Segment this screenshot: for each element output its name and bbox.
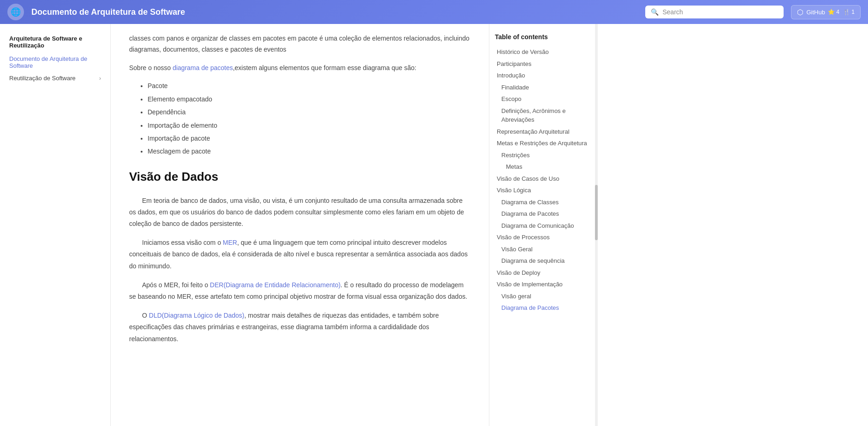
top-header: 🌐 Documento de Arquitetura de Software 🔍…: [0, 0, 868, 24]
toc-item-9[interactable]: Metas: [495, 161, 594, 173]
toc-item-1[interactable]: Participantes: [495, 58, 594, 70]
list-item: Importação de pacote: [148, 133, 470, 143]
toc-item-18[interactable]: Visão de Deploy: [495, 267, 594, 279]
search-box[interactable]: 🔍 Search: [645, 6, 784, 18]
toc-item-21[interactable]: Diagrama de Pacotes: [495, 302, 594, 314]
logo-icon: 🌐: [7, 4, 24, 20]
list-item: Importação de elemento: [148, 120, 470, 130]
toc-list: Histórico de VersãoParticipantesIntroduç…: [495, 46, 594, 314]
list-item: Dependência: [148, 107, 470, 117]
mer-link[interactable]: MER: [223, 239, 237, 246]
list-item: Pacote: [148, 81, 470, 91]
toc-item-20[interactable]: Visão geral: [495, 290, 594, 302]
github-stars: ⭐ 4: [828, 9, 839, 15]
main-content: classes com panos e organizar de classes…: [111, 24, 489, 426]
github-button[interactable]: ⬡ GitHub ⭐ 4 🍴 1: [791, 5, 861, 19]
toc-item-12[interactable]: Diagrama de Classes: [495, 196, 594, 208]
list-item: Elemento empacotado: [148, 94, 470, 104]
scrollbar-thumb[interactable]: [595, 185, 598, 240]
toc-title: Table of contents: [495, 33, 594, 41]
dld-link[interactable]: DLD(Diagrama Lógico de Dados): [149, 312, 244, 319]
sidebar-item-reutilizacao[interactable]: Reutilização de Software ›: [6, 73, 105, 83]
sidebar-item-label: Reutilização de Software: [9, 75, 76, 82]
section-heading-visao-dados: Visão de Dados: [129, 170, 470, 188]
github-label: GitHub: [806, 9, 825, 16]
toc-item-0[interactable]: Histórico de Versão: [495, 46, 594, 58]
toc-item-13[interactable]: Diagrama de Pacotes: [495, 208, 594, 220]
paragraph4: O DLD(Diagrama Lógico de Dados), mostrar…: [129, 310, 470, 345]
paragraph3: Após o MER, foi feito o DER(Diagrama de …: [129, 279, 470, 302]
toc-item-6[interactable]: Representação Arquitetural: [495, 126, 594, 138]
paragraph1: Em teoria de banco de dados, uma visão, …: [129, 195, 470, 230]
github-icon: ⬡: [797, 8, 803, 17]
intro-paragraph: classes com panos e organizar de classes…: [129, 33, 470, 55]
github-stats: ⭐ 4 🍴 1: [828, 9, 855, 15]
list-item: Mesclagem de pacote: [148, 146, 470, 156]
sidebar-section-title: Arquitetura de Software e Reutilização: [6, 33, 105, 51]
about-paragraph: Sobre o nosso diagrama de pacotes,existe…: [129, 63, 470, 74]
search-placeholder: Search: [662, 8, 683, 16]
page-layout: Arquitetura de Software e Reutilização D…: [0, 24, 868, 426]
toc-item-3[interactable]: Finalidade: [495, 82, 594, 94]
github-forks: 🍴 1: [843, 9, 855, 15]
scrollbar-track: [595, 24, 598, 426]
page-title: Documento de Arquitetura de Software: [31, 7, 638, 17]
toc-item-19[interactable]: Visão de Implementação: [495, 278, 594, 290]
toc-item-4[interactable]: Escopo: [495, 93, 594, 105]
toc-item-16[interactable]: Visão Geral: [495, 243, 594, 255]
paragraph2: Iniciamos essa visão com o MER, que é um…: [129, 237, 470, 272]
left-sidebar: Arquitetura de Software e Reutilização D…: [0, 24, 111, 426]
sidebar-link-active[interactable]: Documento de Arquitetura de Software: [6, 53, 105, 71]
toc-item-5[interactable]: Definições, Acrônimos e Abreviações: [495, 105, 594, 126]
toc-item-7[interactable]: Metas e Restrições de Arquitetura: [495, 137, 594, 149]
toc-item-10[interactable]: Visão de Casos de Uso: [495, 173, 594, 185]
toc-item-11[interactable]: Visão Lógica: [495, 184, 594, 196]
toc-item-2[interactable]: Introdução: [495, 70, 594, 82]
right-sidebar-toc: Table of contents Histórico de VersãoPar…: [489, 24, 600, 426]
toc-item-15[interactable]: Visão de Processos: [495, 231, 594, 243]
der-link[interactable]: DER(Diagrama de Entidade Relacionamento): [210, 281, 340, 289]
toc-item-8[interactable]: Restrições: [495, 149, 594, 161]
diagrama-de-pacotes-link[interactable]: diagrama de pacotes: [172, 64, 233, 71]
chevron-right-icon: ›: [99, 75, 101, 82]
logo-area: 🌐: [7, 4, 24, 20]
bullet-list: Pacote Elemento empacotado Dependência I…: [129, 81, 470, 156]
search-icon: 🔍: [651, 8, 659, 16]
toc-item-14[interactable]: Diagrama de Comunicação: [495, 220, 594, 232]
toc-item-17[interactable]: Diagrama de sequência: [495, 255, 594, 267]
